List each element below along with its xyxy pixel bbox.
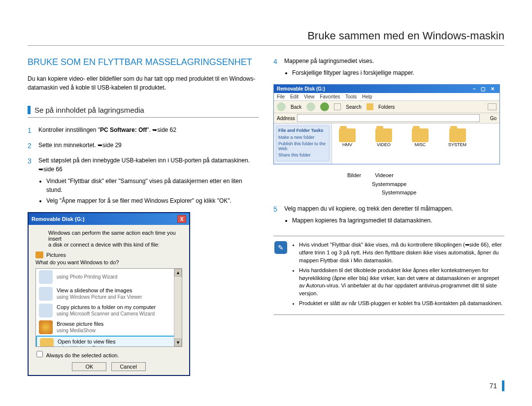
step-1a: Kontroller innstillingen ": [38, 126, 100, 133]
search-icon[interactable]: [334, 103, 341, 110]
scroll-down-icon[interactable]: ▼: [174, 339, 182, 346]
explorer-window-controls[interactable]: – ▢ ✕: [473, 86, 497, 92]
callout-systemmappe-1: Systemmappe: [372, 181, 406, 187]
option-1[interactable]: using Photo Printing Wizard: [57, 274, 117, 281]
removable-disk-dialog: Removable Disk (G:) X Windows can perfor…: [28, 212, 190, 376]
step-1b: PC Software: Off: [100, 126, 147, 133]
scroll-up-icon[interactable]: ▲: [174, 269, 182, 277]
option-5-sub: using Windows Explorer: [58, 345, 115, 347]
step-2: Sette inn minnekortet. ➥side 29: [38, 141, 122, 151]
folders-label[interactable]: Folders: [378, 104, 395, 110]
option-2-sub: using Windows Picture and Fax Viewer: [57, 294, 142, 301]
folder-label-2: VIDEO: [377, 142, 391, 147]
step-3-bullet-2: Velg "Åpne mapper for å se filer med Win…: [46, 196, 259, 205]
section-title: BRUKE SOM EN FLYTTBAR MASSELAGRINGSENHET: [28, 57, 259, 68]
address-label: Address: [277, 116, 295, 121]
up-icon[interactable]: [320, 102, 329, 111]
step-num-4: 4: [273, 57, 279, 79]
side-link-2[interactable]: Publish this folder to the Web: [278, 141, 327, 151]
back-icon[interactable]: [277, 102, 286, 111]
always-label: Always do the selected action.: [46, 352, 119, 358]
folder-icon: [339, 128, 356, 142]
step-4: Mappene på lagringsmediet vises.: [284, 57, 414, 65]
step-num-2: 2: [28, 141, 33, 151]
explorer-title: Removable Disk (G:): [277, 86, 325, 92]
note-1: Hvis vinduet "Flyttbar disk" ikke vises,…: [299, 241, 503, 265]
note-3: Produktet er slått av når USB-pluggen er…: [299, 300, 503, 308]
option-3[interactable]: Copy pictures to a folder on my computer: [57, 304, 156, 311]
option-2[interactable]: View a slideshow of the images: [57, 287, 142, 294]
folder-item[interactable]: VIDEO: [375, 128, 392, 159]
address-input[interactable]: [297, 114, 480, 122]
dialog-prompt-line2: a disk or connect a device with this kin…: [48, 242, 182, 248]
folder-icon: [375, 128, 392, 142]
folder-icon: [412, 128, 429, 142]
step-num-1: 1: [28, 125, 33, 136]
folder-icon: [40, 338, 54, 347]
menu-help[interactable]: Help: [362, 94, 372, 99]
step-3-bullet-1: Vinduet "Flyttbar disk" eller "Samsung" …: [46, 177, 259, 194]
callout-bilder: Bilder: [347, 171, 361, 180]
back-label[interactable]: Back: [291, 104, 301, 110]
step-5: Velg mappen du vil kopiere, og trekk den…: [284, 204, 453, 213]
menu-view[interactable]: View: [304, 94, 315, 99]
mediashow-icon: [39, 320, 53, 334]
menu-edit[interactable]: Edit: [290, 94, 299, 99]
note-icon: ✎: [274, 241, 287, 254]
step-1c: ". ➥side 62: [147, 126, 176, 133]
explorer-menubar[interactable]: File Edit View Favorites Tools Help: [274, 93, 499, 101]
menu-file[interactable]: File: [277, 94, 285, 99]
chapter-title: Bruke sammen med en Windows-maskin: [28, 30, 504, 46]
folder-item[interactable]: MISC: [412, 128, 429, 159]
option-3-sub: using Microsoft Scanner and Camera Wizar…: [57, 311, 156, 317]
step-num-5: 5: [273, 204, 279, 227]
pictures-label: Pictures: [46, 252, 66, 258]
step-4-bullet-1: Forskjellige filtyper lagres i forskjell…: [292, 68, 414, 77]
scrollbar[interactable]: ▲ ▼: [174, 269, 182, 346]
go-icon[interactable]: [482, 115, 489, 122]
note-2: Hvis harddisken til det tilkoblede produ…: [299, 267, 503, 298]
always-checkbox[interactable]: [36, 351, 43, 357]
go-label[interactable]: Go: [490, 116, 497, 121]
step-num-3: 3: [28, 156, 33, 207]
side-link-1[interactable]: Make a new folder: [278, 135, 327, 140]
callout-videoer: Videoer: [375, 171, 394, 180]
option-4[interactable]: Browse picture files: [57, 321, 103, 328]
folder-label-3: MISC: [415, 142, 426, 147]
option-5[interactable]: Open folder to view files: [58, 339, 115, 345]
folder-item[interactable]: HMV: [339, 128, 356, 159]
dialog-prompt-line1: Windows can perform the same action each…: [48, 230, 182, 242]
folder-icon: [449, 128, 466, 142]
forward-icon[interactable]: [306, 102, 315, 111]
sub-heading: Se på innholdet på lagringsmedia: [28, 106, 259, 114]
step-5-bullet-1: Mappen kopieres fra lagringsmediet til d…: [292, 216, 453, 225]
menu-favorites[interactable]: Favorites: [320, 94, 340, 99]
slideshow-icon: [39, 287, 53, 301]
folder-item[interactable]: SYSTEM: [448, 128, 466, 159]
copy-icon: [39, 304, 53, 317]
folder-label-1: HMV: [342, 142, 352, 147]
search-label[interactable]: Search: [346, 104, 362, 110]
explorer-window: Removable Disk (G:) – ▢ ✕ File Edit View…: [273, 84, 500, 164]
dialog-option-list[interactable]: using Photo Printing Wizard View a slide…: [35, 268, 182, 347]
cancel-button[interactable]: Cancel: [111, 362, 146, 371]
page-number: 71: [489, 380, 504, 391]
side-link-3[interactable]: Share this folder: [278, 153, 327, 157]
menu-tools[interactable]: Tools: [345, 94, 357, 99]
printer-icon: [39, 270, 53, 284]
pictures-icon: [35, 251, 43, 258]
ok-button[interactable]: OK: [72, 362, 106, 371]
dialog-title: Removable Disk (G:): [32, 216, 85, 222]
dialog-question: What do you want Windows to do?: [35, 259, 182, 265]
step-3: Sett støpslet på den innebygde USB-kabel…: [38, 156, 259, 174]
close-icon[interactable]: X: [177, 215, 186, 223]
views-icon[interactable]: [488, 103, 497, 110]
folder-label-4: SYSTEM: [448, 142, 466, 147]
side-panel-header: File and Folder Tasks: [278, 128, 327, 133]
callout-systemmappe-2: Systemmappe: [382, 189, 416, 195]
option-4-sub: using MediaShow: [57, 328, 103, 334]
intro-text: Du kan kopiere video- eller bildefiler s…: [28, 75, 259, 92]
explorer-side-panel: File and Folder Tasks Make a new folder …: [274, 124, 332, 164]
folders-icon[interactable]: [366, 103, 373, 110]
